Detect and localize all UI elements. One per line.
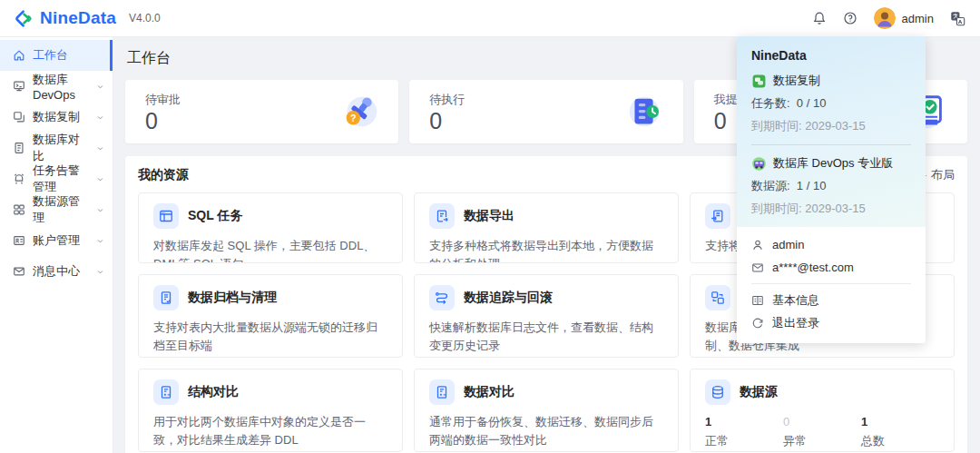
dropdown-menu-item-label: 退出登录 — [772, 315, 819, 331]
resource-card-title: 结构对比 — [188, 384, 239, 400]
envelope-icon — [751, 261, 764, 274]
resource-card-desc: 通常用于备份恢复、数据迁移、数据同步后两端的数据一致性对比 — [429, 413, 663, 449]
account-info-row-label: a****@test.com — [772, 261, 854, 274]
sidebar-item-label: 数据复制 — [33, 109, 80, 125]
chevron-down-icon — [95, 236, 105, 246]
home-icon — [13, 49, 25, 62]
ninedata-logo-icon — [15, 9, 34, 28]
datasource-stat-label: 总数 — [861, 433, 939, 449]
layout-button-label: 布局 — [931, 167, 955, 183]
track-rollback-icon — [429, 285, 455, 310]
id-card-icon — [751, 294, 764, 307]
chevron-down-icon — [95, 174, 105, 184]
chevron-down-icon — [95, 113, 105, 123]
sidebar-item-label: 任务告警管理 — [33, 162, 88, 195]
sidebar-item[interactable]: 工作台 — [0, 40, 113, 71]
sidebar-item-label: 工作台 — [33, 47, 68, 64]
dropdown-title: NineData — [751, 48, 911, 63]
translate-icon[interactable] — [950, 11, 965, 26]
data-replication-icon — [705, 285, 730, 310]
sidebar-item-label: 消息中心 — [33, 263, 80, 280]
datasource-mgmt-icon — [13, 203, 25, 216]
top-header: NineData V4.0.0 — [0, 0, 980, 37]
replication-product-icon — [751, 74, 767, 89]
dropdown-license-section: NineData 数据复制任务数: 0 / 10到期时间: 2029-03-15… — [737, 36, 926, 227]
datasource-stat-label: 正常 — [705, 433, 783, 449]
datasource-stat-value: 1 — [705, 415, 783, 428]
person-icon — [751, 239, 764, 251]
resource-card-title: SQL 任务 — [188, 208, 242, 224]
user-menu-trigger[interactable]: admin — [874, 7, 934, 29]
avatar — [874, 7, 896, 29]
resource-card-title: 数据源 — [740, 384, 778, 400]
license-quota: 任务数: 0 / 10 — [751, 95, 911, 112]
sql-task-icon — [153, 203, 179, 229]
svg-text:?: ? — [350, 113, 356, 123]
dropdown-menu-item[interactable]: 基本信息 — [751, 289, 911, 311]
license-name: 数据库 DevOps 专业版 — [773, 155, 893, 172]
sidebar-item[interactable]: 数据复制 — [0, 102, 113, 133]
resource-card-desc: 支持多种格式将数据导出到本地，方便数据的分析和处理 — [429, 237, 663, 263]
sidebar: 工作台数据库 DevOps数据复制数据库对比任务告警管理数据源管理账户管理消息中… — [0, 37, 113, 453]
resource-card-title: 数据追踪与回滚 — [464, 290, 553, 306]
sidebar-item[interactable]: 数据库对比 — [0, 133, 113, 163]
devops-product-icon — [751, 156, 767, 172]
dropdown-menu-item[interactable]: 退出登录 — [751, 311, 911, 334]
resource-card[interactable]: 数据追踪与回滚快速解析数据库日志文件，查看数据、结构变更历史记录 — [414, 274, 679, 358]
sidebar-item[interactable]: 账户管理 — [0, 225, 113, 256]
user-name: admin — [902, 12, 934, 25]
license-expire: 到期时间: 2029-03-15 — [751, 201, 911, 217]
devops-icon — [13, 80, 25, 93]
resource-card[interactable]: 结构对比用于对比两个数据库中对象的定义是否一致，对比结果生成差异 DDL — [138, 369, 403, 452]
stat-card[interactable]: 待审批0? — [125, 80, 398, 143]
help-icon[interactable] — [843, 11, 858, 25]
logo[interactable]: NineData — [15, 8, 116, 28]
datasource-stat: 1总数 — [861, 415, 939, 449]
version-label: V4.0.0 — [129, 12, 161, 25]
alarm-icon — [13, 172, 25, 185]
notification-bell-icon[interactable] — [812, 11, 827, 25]
sidebar-item-label: 账户管理 — [33, 232, 80, 249]
resource-card-desc: 快速解析数据库日志文件，查看数据、结构变更历史记录 — [429, 319, 663, 355]
header-actions: admin — [812, 7, 965, 29]
datasource-stat-value: 0 — [783, 415, 861, 428]
sidebar-item[interactable]: 任务告警管理 — [0, 163, 113, 194]
replication-icon — [13, 111, 25, 123]
stat-card[interactable]: 待执行0 — [409, 80, 682, 143]
license-expire: 到期时间: 2029-03-15 — [751, 118, 911, 134]
logout-icon — [751, 317, 764, 330]
sidebar-item[interactable]: 数据源管理 — [0, 194, 113, 225]
struct-compare-icon — [153, 379, 179, 405]
resource-card[interactable]: 数据导出支持多种格式将数据导出到本地，方便数据的分析和处理 — [414, 192, 679, 263]
resource-card[interactable]: SQL 任务对数据库发起 SQL 操作，主要包括 DDL、DML等 SQL 语句 — [138, 192, 403, 263]
resource-card[interactable]: 数据对比通常用于备份恢复、数据迁移、数据同步后两端的数据一致性对比 — [414, 369, 679, 452]
chevron-down-icon — [95, 82, 105, 92]
account-info-row: admin — [751, 233, 911, 256]
resource-card[interactable]: 数据源1正常0异常1总数 — [690, 369, 955, 452]
account-icon — [13, 234, 25, 247]
stamp-icon: ? — [338, 91, 380, 133]
datasource-stat: 1正常 — [705, 415, 783, 449]
sidebar-item[interactable]: 数据库 DevOps — [0, 71, 113, 102]
resource-card[interactable]: 数据归档与清理支持对表内大批量数据从源端无锁的迁移归档至目标端 — [138, 274, 403, 358]
divider — [751, 283, 911, 284]
license-name: 数据复制 — [773, 73, 820, 89]
resource-card-title: 数据归档与清理 — [188, 290, 277, 306]
dropdown-menu-item-label: 基本信息 — [772, 292, 819, 309]
datasource-db-icon — [705, 379, 730, 405]
resource-card-title: 数据导出 — [464, 208, 514, 224]
datasource-stat: 0异常 — [783, 415, 861, 449]
sidebar-item-label: 数据库 DevOps — [33, 72, 88, 102]
data-export-icon — [429, 203, 455, 229]
sidebar-item[interactable]: 消息中心 — [0, 256, 113, 287]
sidebar-item-label: 数据库对比 — [33, 132, 88, 164]
license-block: 数据库 DevOps 专业版数据源: 1 / 10到期时间: 2029-03-1… — [751, 155, 911, 217]
message-icon — [13, 265, 25, 278]
chevron-down-icon — [95, 205, 105, 215]
datasource-stats: 1正常0异常1总数 — [705, 415, 939, 449]
dropdown-account-section: admina****@test.com基本信息退出登录 — [737, 227, 926, 343]
user-dropdown: NineData 数据复制任务数: 0 / 10到期时间: 2029-03-15… — [737, 36, 926, 343]
divider — [751, 144, 911, 145]
license-block: 数据复制任务数: 0 / 10到期时间: 2029-03-15 — [751, 73, 911, 134]
datasource-stat-value: 1 — [861, 415, 939, 428]
